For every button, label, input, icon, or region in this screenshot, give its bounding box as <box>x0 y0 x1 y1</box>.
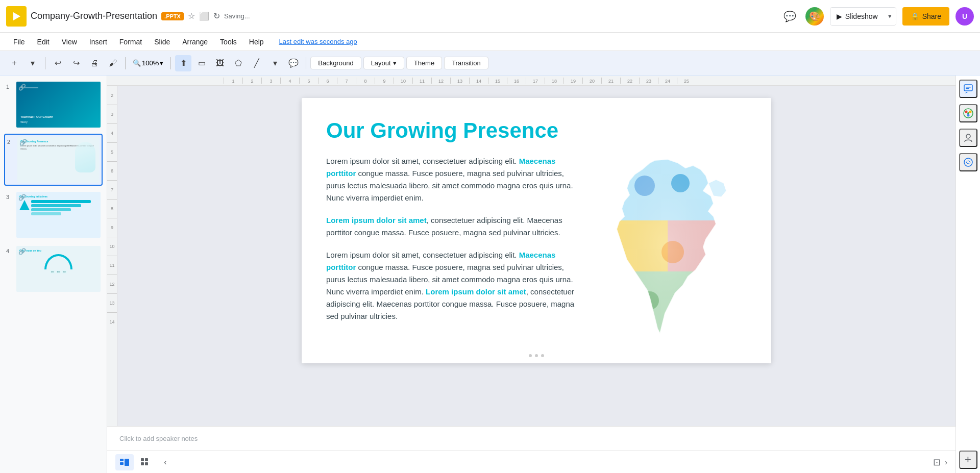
menu-file[interactable]: File <box>8 36 30 48</box>
zoom-out-icon[interactable]: 🔍 <box>133 59 141 67</box>
view-buttons: ‹ <box>115 454 175 470</box>
shapes-tool[interactable]: ⬠ <box>230 55 247 71</box>
paint-format-button[interactable]: 🖌 <box>105 55 121 71</box>
last-edit-text[interactable]: Last edit was seconds ago <box>279 38 357 45</box>
menu-view[interactable]: View <box>57 36 82 48</box>
toolbar-sep-2 <box>125 57 126 69</box>
add-dropdown[interactable]: ▾ <box>24 55 41 71</box>
transition-button[interactable]: Transition <box>444 57 488 69</box>
print-button[interactable]: 🖨 <box>86 55 103 71</box>
slide-canvas-area[interactable]: Our Growing Presence Lorem ipsum dolor s… <box>117 86 955 426</box>
slide-4-thumbnail[interactable]: Our Focus on You item item item 🔗 <box>16 246 101 292</box>
top-bar: Company-Growth-Presentation .PPTX ☆ ⬜ ↻ … <box>0 0 980 33</box>
right-panel-add-button[interactable]: + <box>959 451 977 469</box>
lock-icon: 🔒 <box>911 12 919 20</box>
ruler-v-mark-13: 13 <box>107 293 117 312</box>
slide-view-button[interactable] <box>115 454 134 470</box>
slide-area-wrapper: 2 3 4 5 6 7 8 9 10 11 12 13 14 Our Growi… <box>107 86 955 426</box>
title-icons: ☆ ⬜ ↻ <box>188 11 220 21</box>
doc-title[interactable]: Company-Growth-Presentation <box>31 11 157 21</box>
slide-text-content[interactable]: Lorem ipsum dolor sit amet, consectetuer… <box>326 155 581 341</box>
menu-arrange[interactable]: Arrange <box>177 36 213 48</box>
paragraph-1[interactable]: Lorem ipsum dolor sit amet, consectetuer… <box>326 155 581 204</box>
collapse-panel-button[interactable]: ‹ <box>156 454 175 470</box>
menu-slide[interactable]: Slide <box>149 36 175 48</box>
ruler-v-mark-7: 7 <box>107 180 117 199</box>
slide-heading[interactable]: Our Growing Presence <box>326 118 747 143</box>
image-tool[interactable]: 🖼 <box>212 55 228 71</box>
undo-button[interactable]: ↩ <box>50 55 66 71</box>
ruler-h-mark-12: 12 <box>431 78 450 84</box>
comment-tool[interactable]: 💬 <box>285 55 302 71</box>
slide-2-thumb-inner: Our Growing Presence Lorem ipsum dolor s… <box>17 137 100 183</box>
slide-thumb-3[interactable]: 3 Our Growing Initiatives <box>4 190 103 240</box>
menu-insert[interactable]: Insert <box>84 36 112 48</box>
slide-3-thumb-inner: Our Growing Initiatives <box>16 192 101 238</box>
speaker-notes[interactable]: Click to add speaker notes <box>107 426 955 451</box>
layout-dropdown-icon: ▾ <box>393 59 397 67</box>
user-avatar[interactable]: U <box>955 7 974 26</box>
zoom-control[interactable]: 🔍 100% ▾ <box>130 59 166 67</box>
toolbar: ＋ ▾ ↩ ↪ 🖨 🖌 🔍 100% ▾ ⬆ ▭ 🖼 ⬠ ╱ ▾ 💬 Backg… <box>0 51 980 76</box>
menu-help[interactable]: Help <box>244 36 269 48</box>
slide-thumb-4[interactable]: 4 Our Focus on You item item item 🔗 <box>4 244 103 294</box>
ruler-v-mark-2: 2 <box>107 86 117 105</box>
line-dropdown[interactable]: ▾ <box>267 55 283 71</box>
zoom-dropdown-icon[interactable]: ▾ <box>160 59 163 67</box>
paragraph-3[interactable]: Lorem ipsum dolor sit amet, consectetuer… <box>326 249 581 322</box>
redo-button[interactable]: ↪ <box>68 55 84 71</box>
paragraph-2[interactable]: Lorem ipsum dolor sit amet, consectetuer… <box>326 214 581 239</box>
slide-card[interactable]: Our Growing Presence Lorem ipsum dolor s… <box>302 98 771 363</box>
zoom-value[interactable]: 100% <box>142 59 159 67</box>
ruler-h-mark-23: 23 <box>639 78 658 84</box>
slide-3-thumbnail[interactable]: Our Growing Initiatives 🔗 <box>16 192 101 238</box>
ruler-v-mark-10: 10 <box>107 237 117 256</box>
menu-edit[interactable]: Edit <box>32 36 55 48</box>
slide-thumb-2[interactable]: 2 Our Growing Presence Lorem ipsum dolor… <box>4 134 103 186</box>
grid-view-button[interactable] <box>136 454 154 470</box>
right-panel-link-button[interactable] <box>959 153 977 171</box>
doc-title-row: Company-Growth-Presentation .PPTX ☆ ⬜ ↻ … <box>31 11 777 21</box>
ruler-h-mark-22: 22 <box>620 78 639 84</box>
text-box-tool[interactable]: ▭ <box>193 55 210 71</box>
line-tool[interactable]: ╱ <box>249 55 265 71</box>
ruler-v-mark-5: 5 <box>107 142 117 161</box>
right-panel: + <box>955 76 980 473</box>
fit-to-screen-button[interactable]: ⊡ <box>933 457 941 468</box>
star-icon[interactable]: ☆ <box>188 11 195 21</box>
menu-format[interactable]: Format <box>114 36 147 48</box>
slide-panel: 1 ▬▬▬▬▬▬▬ Townhall : Our Growth Story 🔗 … <box>0 76 107 473</box>
background-button[interactable]: Background <box>310 57 361 69</box>
slideshow-dropdown-button[interactable]: ▾ <box>884 7 896 26</box>
slide-1-thumbnail[interactable]: ▬▬▬▬▬▬▬ Townhall : Our Growth Story 🔗 <box>16 82 101 128</box>
ruler-h-mark-25: 25 <box>677 78 696 84</box>
slide-2-thumbnail[interactable]: Our Growing Presence Lorem ipsum dolor s… <box>17 137 100 183</box>
expand-button[interactable]: › <box>945 458 947 466</box>
slide-thumb-1[interactable]: 1 ▬▬▬▬▬▬▬ Townhall : Our Growth Story 🔗 <box>4 80 103 130</box>
layout-label: Layout <box>371 59 391 67</box>
theme-button[interactable]: Theme <box>406 57 442 69</box>
select-tool[interactable]: ⬆ <box>175 55 191 71</box>
right-panel-palette-button[interactable] <box>959 104 977 122</box>
right-panel-comments-button[interactable] <box>959 80 977 98</box>
add-button[interactable]: ＋ <box>6 55 22 71</box>
svg-rect-13 <box>125 459 129 466</box>
share-button[interactable]: 🔒 Share <box>902 7 949 26</box>
main-layout: 1 ▬▬▬▬▬▬▬ Townhall : Our Growth Story 🔗 … <box>0 76 980 473</box>
svg-rect-10 <box>617 159 716 333</box>
pptx-badge: .PPTX <box>161 12 184 20</box>
link-icon-4: 🔗 <box>18 248 26 255</box>
drive-icon[interactable]: ⬜ <box>199 11 209 21</box>
bold-maecenas-1: Maecenas porttitor <box>326 157 555 178</box>
speaker-notes-placeholder[interactable]: Click to add speaker notes <box>119 435 198 442</box>
ruler-h-marks: 1 2 3 4 5 6 7 8 9 10 11 12 13 14 15 16 1… <box>224 78 696 84</box>
india-map-area <box>594 155 747 341</box>
menu-tools[interactable]: Tools <box>215 36 242 48</box>
refresh-icon[interactable]: ↻ <box>213 11 220 21</box>
ruler-v-mark-4: 4 <box>107 123 117 142</box>
comment-button[interactable]: 💬 <box>781 7 799 26</box>
top-right-actions: 💬 🎨 ▶ Slideshow ▾ 🔒 Share U <box>781 7 974 26</box>
right-panel-people-button[interactable] <box>959 129 977 147</box>
slideshow-main-button[interactable]: ▶ Slideshow <box>830 7 884 26</box>
layout-button[interactable]: Layout ▾ <box>363 57 404 69</box>
